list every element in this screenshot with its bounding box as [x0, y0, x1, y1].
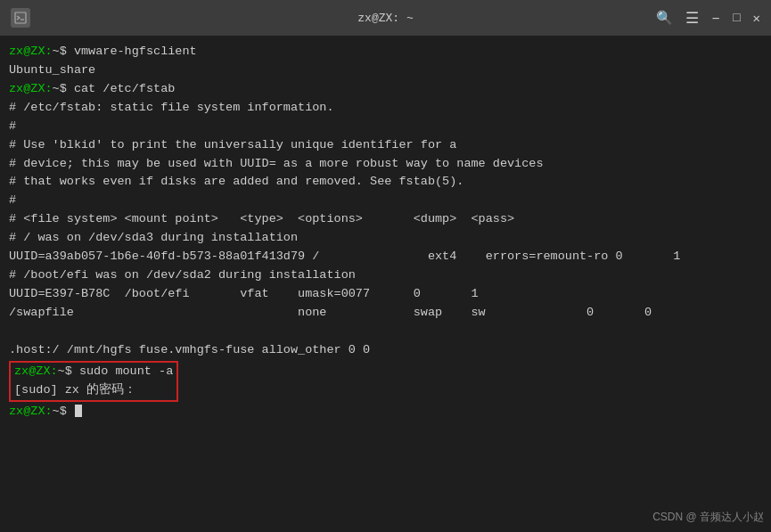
prompt-arrow: ~$: [58, 364, 72, 378]
cmd-text: cat /etc/fstab: [67, 82, 176, 95]
prompt-zx: zx@ZX:: [9, 405, 53, 418]
terminal-output: [9, 323, 762, 341]
maximize-button[interactable]: □: [733, 11, 740, 25]
terminal-output: UUID=a39ab057-1b6e-40fd-b573-88a01f413d7…: [9, 248, 762, 266]
titlebar-controls: 🔍 ☰ – □ ✕: [656, 9, 760, 28]
terminal-output: UUID=E397-B78C /boot/efi vfat umask=0077…: [9, 285, 762, 304]
menu-icon[interactable]: ☰: [685, 9, 699, 28]
prompt-arrow: ~$: [53, 405, 67, 418]
terminal-output: Ubuntu_share: [9, 61, 762, 80]
highlight-region: zx@ZX:~$ sudo mount -a [sudo] zx 的密码：: [9, 361, 178, 402]
cmd-sudo-mount: sudo mount -a: [72, 364, 173, 378]
terminal-line-final: zx@ZX:~$: [9, 403, 762, 422]
terminal-output: # device; this may be used with UUID= as…: [9, 155, 762, 174]
output-text: Ubuntu_share: [9, 63, 95, 77]
window-title: zx@ZX: ~: [357, 12, 413, 25]
close-button[interactable]: ✕: [753, 11, 760, 26]
prompt-zx: zx@ZX:: [14, 364, 58, 378]
terminal-body[interactable]: zx@ZX:~$ vmware-hgfsclient Ubuntu_share …: [0, 36, 771, 532]
titlebar: zx@ZX: ~ 🔍 ☰ – □ ✕: [0, 0, 771, 36]
prompt-arrow: ~$: [53, 82, 67, 95]
cmd-text: vmware-hgfsclient: [67, 45, 197, 58]
minimize-button[interactable]: –: [711, 11, 720, 26]
terminal-line: zx@ZX:~$ vmware-hgfsclient: [9, 43, 762, 61]
terminal-output: #: [9, 192, 762, 210]
prompt-zx: zx@ZX:: [9, 82, 53, 95]
sudo-password-prompt: [sudo] zx 的密码：: [11, 381, 176, 400]
terminal-cursor: [75, 405, 82, 417]
terminal-line-highlighted: zx@ZX:~$ sudo mount -a: [11, 363, 176, 381]
cmd-empty: [67, 405, 74, 418]
terminal-output: # <file system> <mount point> <type> <op…: [9, 210, 762, 229]
prompt-zx: zx@ZX:: [9, 45, 53, 58]
terminal-output: # Use 'blkid' to print the universally u…: [9, 136, 762, 155]
titlebar-left: [11, 8, 30, 28]
terminal-output: .host:/ /mnt/hgfs fuse.vmhgfs-fuse allow…: [9, 341, 762, 360]
terminal-output: # / was on /dev/sda3 during installation: [9, 229, 762, 248]
terminal-line: zx@ZX:~$ cat /etc/fstab: [9, 80, 762, 99]
terminal-icon: [11, 8, 30, 28]
terminal-output: # /boot/efi was on /dev/sda2 during inst…: [9, 266, 762, 285]
terminal-output: #: [9, 118, 762, 136]
svg-rect-0: [15, 12, 26, 23]
prompt-arrow: ~$: [53, 45, 67, 58]
search-icon[interactable]: 🔍: [656, 10, 673, 27]
terminal-output: # /etc/fstab: static file system informa…: [9, 99, 762, 118]
terminal-output: /swapfile none swap sw 0 0: [9, 304, 762, 323]
terminal-window: zx@ZX: ~ 🔍 ☰ – □ ✕ zx@ZX:~$ vmware-hgfsc…: [0, 0, 771, 532]
terminal-output: # that works even if disks are added and…: [9, 173, 762, 192]
